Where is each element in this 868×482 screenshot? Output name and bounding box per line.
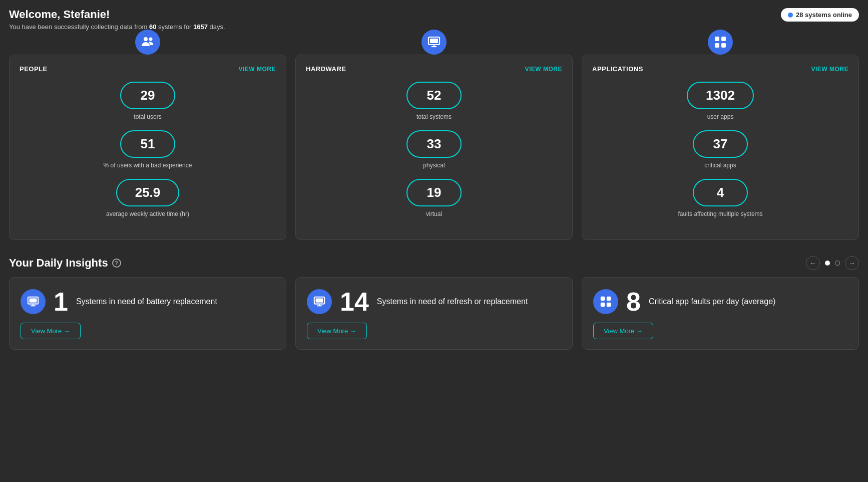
- svg-rect-6: [715, 37, 719, 41]
- insights-help-icon[interactable]: ?: [112, 259, 121, 268]
- hardware-view-more[interactable]: VIEW MORE: [525, 66, 562, 73]
- people-card: PEOPLE VIEW MORE 29 total users 51 % of …: [9, 55, 286, 240]
- people-active-time-label: average weekly active time (hr): [106, 210, 189, 217]
- svg-rect-17: [316, 299, 323, 303]
- hardware-virtual-label: virtual: [426, 210, 442, 217]
- people-title: PEOPLE: [20, 65, 48, 73]
- svg-rect-5: [430, 39, 438, 43]
- hardware-stat-1: 52 total systems: [306, 82, 562, 120]
- insight-3-icon: [593, 289, 618, 314]
- hardware-card-header: HARDWARE VIEW MORE: [306, 65, 562, 73]
- hardware-physical-label: physical: [423, 162, 445, 169]
- welcome-title: Welcome, Stefanie!: [9, 8, 225, 21]
- hardware-total-systems-label: total systems: [416, 113, 452, 120]
- svg-rect-19: [607, 297, 611, 301]
- insight-3-number: 8: [626, 289, 641, 315]
- svg-rect-9: [721, 43, 726, 48]
- hardware-stat-3: 19 virtual: [306, 179, 562, 217]
- hardware-physical-value: 33: [406, 130, 462, 158]
- people-total-users-label: total users: [134, 113, 161, 120]
- svg-rect-18: [601, 297, 605, 301]
- applications-stat-3: 4 faults affecting multiple systems: [592, 179, 848, 217]
- applications-title: APPLICATIONS: [592, 65, 643, 73]
- hardware-virtual-value: 19: [406, 179, 462, 206]
- svg-rect-8: [715, 43, 719, 48]
- people-bad-exp-value: 51: [120, 130, 175, 158]
- hardware-icon-badge: [421, 30, 447, 55]
- badge-label: 28 systems online: [796, 11, 852, 19]
- insight-2-button-label: View More →: [317, 327, 356, 335]
- insights-title-area: Your Daily Insights ?: [9, 257, 121, 270]
- applications-view-more[interactable]: VIEW MORE: [811, 66, 848, 73]
- pagination-dot-active: [825, 261, 830, 266]
- applications-faults-label: faults affecting multiple systems: [678, 210, 762, 217]
- insight-2-number: 14: [340, 289, 369, 315]
- svg-point-0: [144, 37, 148, 41]
- applications-stat-1: 1302 user apps: [592, 82, 848, 120]
- applications-card-header: APPLICATIONS VIEW MORE: [592, 65, 848, 73]
- svg-rect-20: [601, 303, 605, 307]
- hardware-total-systems-value: 52: [406, 82, 462, 109]
- applications-card: APPLICATIONS VIEW MORE 1302 user apps 37…: [582, 55, 859, 240]
- people-view-more[interactable]: VIEW MORE: [238, 66, 276, 73]
- hardware-stat-2: 33 physical: [306, 130, 562, 169]
- hardware-card: HARDWARE VIEW MORE 52 total systems 33 p…: [295, 55, 573, 240]
- pagination-controls: ← →: [806, 256, 859, 270]
- hardware-title: HARDWARE: [306, 65, 346, 73]
- people-stat-2: 51 % of users with a bad experience: [20, 130, 276, 169]
- applications-icon-badge: [708, 30, 733, 55]
- svg-rect-7: [721, 37, 726, 41]
- insight-1-button-label: View More →: [31, 327, 70, 335]
- applications-user-apps-value: 1302: [687, 82, 754, 109]
- welcome-subtitle: You have been successfully collecting da…: [9, 23, 225, 31]
- pagination-right-arrow[interactable]: →: [845, 256, 859, 270]
- insight-2-top: 14 Systems in need of refresh or replace…: [307, 289, 561, 315]
- apps-icon-insight-3: [599, 295, 612, 308]
- people-card-wrapper: PEOPLE VIEW MORE 29 total users 51 % of …: [9, 41, 286, 240]
- people-total-users-value: 29: [120, 82, 175, 109]
- insight-2-view-more-button[interactable]: View More →: [307, 323, 367, 339]
- online-dot: [788, 13, 793, 18]
- people-stat-3: 25.9 average weekly active time (hr): [20, 179, 276, 217]
- applications-user-apps-label: user apps: [707, 113, 734, 120]
- applications-card-wrapper: APPLICATIONS VIEW MORE 1302 user apps 37…: [582, 41, 859, 240]
- insight-2-icon: [307, 289, 332, 314]
- applications-stat-2: 37 critical apps: [592, 130, 848, 169]
- days-count: 1657: [193, 23, 208, 31]
- people-bad-exp-label: % of users with a bad experience: [104, 162, 192, 169]
- systems-online-badge: 28 systems online: [781, 8, 859, 22]
- insight-cards-grid: 1 Systems in need of battery replacement…: [9, 277, 859, 350]
- people-card-header: PEOPLE VIEW MORE: [20, 65, 276, 73]
- people-stat-1: 29 total users: [20, 82, 276, 120]
- svg-rect-21: [607, 303, 611, 307]
- pagination-dot-inactive: [835, 261, 840, 266]
- insight-3-button-label: View More →: [604, 327, 643, 335]
- insight-1-top: 1 Systems in need of battery replacement: [21, 289, 275, 315]
- svg-rect-13: [30, 299, 37, 303]
- hardware-card-wrapper: HARDWARE VIEW MORE 52 total systems 33 p…: [295, 41, 573, 240]
- insight-card-1: 1 Systems in need of battery replacement…: [9, 277, 286, 350]
- insight-1-view-more-button[interactable]: View More →: [21, 323, 81, 339]
- monitor-icon: [427, 35, 441, 49]
- insight-1-number: 1: [54, 289, 68, 315]
- people-active-time-value: 25.9: [116, 179, 180, 206]
- insight-2-description: Systems in need of refresh or replacemen…: [377, 297, 528, 307]
- people-icon-badge: [135, 30, 160, 55]
- monitor-icon-insight-2: [313, 295, 326, 308]
- insight-3-top: 8 Critical app faults per day (average): [593, 289, 847, 315]
- insight-3-description: Critical app faults per day (average): [649, 297, 775, 307]
- applications-critical-apps-label: critical apps: [704, 162, 736, 169]
- pagination-left-arrow[interactable]: ←: [806, 256, 820, 270]
- monitor-icon-insight-1: [27, 295, 40, 308]
- apps-icon: [713, 35, 727, 49]
- insights-header: Your Daily Insights ? ← →: [9, 256, 859, 270]
- people-icon: [141, 35, 155, 49]
- insight-1-icon: [21, 289, 46, 314]
- applications-faults-value: 4: [693, 179, 748, 206]
- insight-3-view-more-button[interactable]: View More →: [593, 323, 653, 339]
- insights-title-text: Your Daily Insights: [9, 257, 108, 270]
- insight-card-3: 8 Critical app faults per day (average) …: [582, 277, 859, 350]
- top-cards-grid: PEOPLE VIEW MORE 29 total users 51 % of …: [9, 41, 859, 240]
- svg-point-1: [149, 38, 153, 41]
- insight-1-description: Systems in need of battery replacement: [76, 297, 217, 307]
